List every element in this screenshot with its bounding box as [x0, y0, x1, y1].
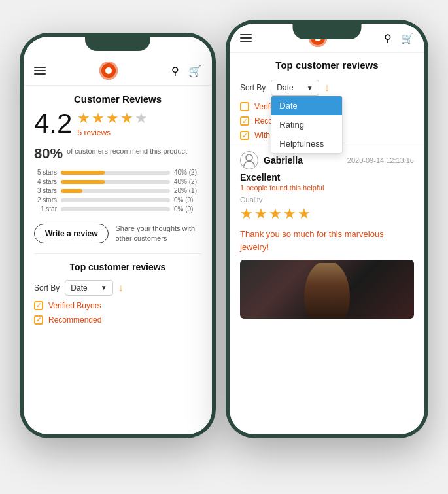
star-2: ★: [92, 110, 105, 127]
bar-fill-5: [61, 171, 105, 175]
stars-row-left: ★ ★ ★ ★ ★: [77, 110, 148, 127]
checkbox-row-verified-left: Verified Buyers: [24, 298, 212, 313]
review-stars-row: ★ ★ ★ ★ ★: [240, 205, 414, 222]
checkbox-images-right[interactable]: [240, 131, 249, 140]
sort-label-right: Sort By: [240, 83, 266, 92]
sort-select-left[interactable]: Date ▼: [65, 280, 112, 296]
svg-point-0: [246, 154, 252, 161]
bar-pct-5: 40% (2): [174, 169, 201, 176]
review-star-5: ★: [298, 205, 311, 222]
nav-right-left: ⚲ 🛒: [171, 65, 201, 77]
sort-direction-right[interactable]: ↓: [324, 82, 330, 94]
dropdown-arrow-right: ▼: [307, 84, 313, 92]
bar-track-1: [61, 207, 170, 211]
reviewer-name: Gabriella: [264, 155, 303, 166]
star-bar-1: 1 star 0% (0): [34, 205, 201, 213]
star-label-2: 2 stars: [34, 196, 57, 203]
phone-right: ⚲ 🛒 Top customer reviews Sort By Date ▼: [226, 20, 428, 438]
bar-track-4: [61, 180, 170, 184]
checkbox-label-verified-left: Verified Buyers: [48, 301, 101, 310]
avatar-icon: [240, 151, 258, 169]
nav-bar-left: ⚲ 🛒: [24, 56, 212, 86]
phones-container: ⚲ 🛒 Customer Reviews 4.2 ★ ★ ★: [0, 0, 448, 494]
phone-left: ⚲ 🛒 Customer Reviews 4.2 ★ ★ ★: [20, 33, 216, 438]
star-bar-5: 5 stars 40% (2): [34, 169, 201, 176]
bar-track-2: [61, 198, 170, 202]
review-star-3: ★: [269, 205, 282, 222]
phone-left-notch: [85, 37, 150, 51]
nav-right-right: ⚲ 🛒: [384, 32, 414, 44]
star-label-4: 4 stars: [34, 178, 57, 185]
review-title: Excellent: [240, 172, 414, 183]
sort-direction-left[interactable]: ↓: [118, 282, 124, 294]
star-label-1: 1 star: [34, 205, 57, 213]
recommend-row: 80% of customers recommend this product: [24, 144, 212, 166]
big-rating: 4.2: [34, 110, 72, 137]
hamburger-icon[interactable]: [34, 67, 46, 75]
bar-fill-3: [61, 189, 82, 193]
star-bar-4: 4 stars 40% (2): [34, 178, 201, 185]
bar-track-3: [61, 189, 170, 193]
write-review-section: Write a review Share your thoughts with …: [24, 217, 212, 251]
checkbox-recommended-right[interactable]: [240, 116, 249, 126]
dropdown-item-date[interactable]: Date: [271, 96, 342, 115]
review-star-4: ★: [283, 205, 296, 222]
bar-fill-4: [61, 180, 105, 184]
sort-select-text-left: Date: [71, 283, 87, 292]
star-3: ★: [106, 110, 119, 127]
star-label-3: 3 stars: [34, 187, 57, 194]
checkbox-recommended-left[interactable]: [34, 315, 43, 325]
rating-row: 4.2 ★ ★ ★ ★ ★ 5 reviews: [34, 110, 201, 137]
sort-select-text-right: Date: [277, 83, 293, 92]
review-image-person: [304, 263, 350, 319]
dropdown-menu-right: Date Rating Helpfulness: [271, 96, 343, 154]
star-1: ★: [77, 110, 90, 127]
checkbox-verified-left[interactable]: [34, 301, 43, 310]
star-bar-2: 2 stars 0% (0): [34, 196, 201, 203]
phone-left-content: ⚲ 🛒 Customer Reviews 4.2 ★ ★ ★: [24, 37, 212, 434]
helpful-text: 1 people found this helpful: [240, 184, 414, 192]
bar-pct-4: 40% (2): [174, 178, 201, 185]
search-icon-left[interactable]: ⚲: [171, 65, 179, 77]
top-reviews-title-left: Top customer reviews: [24, 256, 212, 277]
reviewer-left: Gabriella: [240, 151, 303, 169]
cart-icon-right[interactable]: 🛒: [401, 32, 414, 44]
bar-pct-3: 20% (1): [174, 187, 201, 194]
bar-pct-2: 0% (0): [174, 196, 201, 203]
logo-left: [99, 62, 118, 80]
dropdown-item-rating[interactable]: Rating: [271, 115, 342, 134]
reviews-title: Customer Reviews: [34, 94, 201, 105]
sort-select-right[interactable]: Date ▼: [271, 80, 319, 96]
write-review-button[interactable]: Write a review: [34, 224, 109, 243]
star-4: ★: [120, 110, 133, 127]
search-icon-right[interactable]: ⚲: [384, 32, 392, 44]
quality-label: Quality: [240, 196, 414, 203]
star-label-5: 5 stars: [34, 169, 57, 176]
review-image: [240, 260, 414, 319]
sort-row-left: Sort By Date ▼ ↓: [24, 277, 212, 298]
dropdown-arrow-left: ▼: [101, 284, 107, 291]
review-card: Gabriella 2020-09-14 12:13:16 Excellent …: [230, 143, 424, 326]
review-text: Thank you so much for this marvelous jew…: [240, 228, 414, 253]
reviewer-row: Gabriella 2020-09-14 12:13:16: [240, 151, 414, 169]
share-text: Share your thoughts with other customers: [115, 224, 201, 244]
bar-track-5: [61, 171, 170, 175]
sort-label-left: Sort By: [34, 283, 60, 292]
checkbox-verified-right[interactable]: [240, 102, 249, 111]
section-divider: [34, 253, 201, 254]
dropdown-item-helpfulness[interactable]: Helpfulness: [271, 134, 342, 153]
phone-right-content: ⚲ 🛒 Top customer reviews Sort By Date ▼: [230, 24, 424, 434]
star-bar-3: 3 stars 20% (1): [34, 187, 201, 194]
phone-right-notch: [293, 24, 362, 39]
star-5-empty: ★: [135, 110, 148, 127]
top-reviews-title-right: Top customer reviews: [230, 53, 424, 76]
checkbox-label-recommended-left: Recommended: [48, 315, 101, 325]
phone-right-inner: ⚲ 🛒 Top customer reviews Sort By Date ▼: [230, 24, 424, 434]
review-star-1: ★: [240, 205, 253, 222]
hamburger-icon-right[interactable]: [240, 34, 252, 42]
bar-pct-1: 0% (0): [174, 205, 201, 213]
cart-icon-left[interactable]: 🛒: [188, 65, 201, 77]
review-date: 2020-09-14 12:13:16: [347, 156, 414, 164]
reviews-count: 5 reviews: [77, 128, 148, 137]
review-star-2: ★: [254, 205, 267, 222]
